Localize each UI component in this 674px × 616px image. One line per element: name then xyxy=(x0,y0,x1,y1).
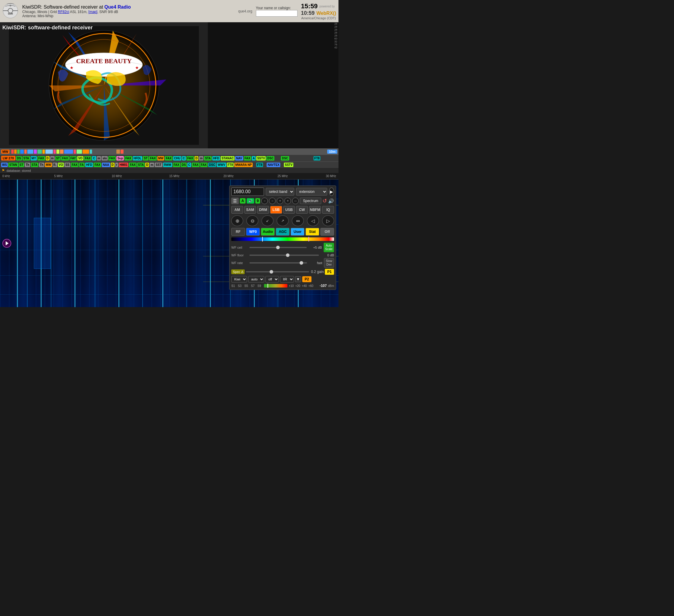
plus-button[interactable]: + xyxy=(277,198,283,204)
station-button[interactable]: WWV xyxy=(217,163,226,167)
station-button[interactable]: SS xyxy=(65,163,70,167)
zoom-out-button[interactable]: ⊖ xyxy=(246,215,258,226)
zoom-shrink-button[interactable]: ↙ xyxy=(261,215,273,226)
station-button[interactable]: STA xyxy=(137,163,145,167)
station-button[interactable]: NAA xyxy=(102,163,110,167)
p2-button[interactable]: P2 xyxy=(302,276,312,282)
station-button[interactable]: MWARA NP xyxy=(234,163,252,167)
station-button[interactable]: SSTV xyxy=(284,163,293,167)
spec-delta-thumb[interactable] xyxy=(269,270,273,274)
station-button[interactable]: MW xyxy=(157,156,164,161)
band-select[interactable]: select band LW MW HF xyxy=(266,188,294,195)
station-button[interactable]: CHU xyxy=(173,156,182,161)
station-button[interactable]: STA xyxy=(204,156,211,161)
station-button[interactable]: FAX xyxy=(244,156,251,161)
station-button[interactable]: FAX xyxy=(124,156,132,161)
station-button[interactable]: HFD xyxy=(85,163,93,167)
station-button[interactable]: FAX xyxy=(165,156,172,161)
station-button[interactable]: NAV xyxy=(235,156,243,161)
station-button[interactable]: m xyxy=(199,156,203,161)
rf-button[interactable]: RF xyxy=(231,228,245,236)
station-button[interactable]: A xyxy=(252,156,256,161)
band-10m-label[interactable]: 10m xyxy=(327,150,337,154)
station-button[interactable]: C xyxy=(182,156,186,161)
station-button[interactable]: ST xyxy=(55,156,61,161)
station-button[interactable]: FAX xyxy=(61,156,69,161)
station-button[interactable]: DSC xyxy=(208,163,216,167)
station-button[interactable]: R. xyxy=(52,163,57,167)
station-button[interactable]: STA xyxy=(22,156,30,161)
mode-usb[interactable]: USB xyxy=(283,206,295,214)
mode-sam[interactable]: SAM xyxy=(244,206,256,214)
mw-label[interactable]: MW xyxy=(1,150,9,154)
station-button[interactable]: MY xyxy=(30,156,37,161)
station-button[interactable]: FT8 xyxy=(256,163,263,167)
auto-select[interactable]: auto xyxy=(248,276,264,283)
station-button[interactable]: FAX xyxy=(200,163,208,167)
station-button[interactable]: FAX xyxy=(129,163,136,167)
station-button[interactable]: ST xyxy=(143,156,148,161)
mode-lsb[interactable]: LSB xyxy=(270,206,282,214)
grid-link[interactable]: RF82ci xyxy=(58,10,69,14)
wf-ceil-slider[interactable] xyxy=(249,247,307,248)
station-button[interactable]: m xyxy=(97,156,101,161)
next-button[interactable]: ▷ xyxy=(322,215,334,226)
station-button[interactable]: VO xyxy=(58,163,64,167)
station-button[interactable]: FAX xyxy=(187,156,194,161)
wf-floor-slider[interactable] xyxy=(249,255,319,256)
station-button[interactable]: ST xyxy=(19,163,24,167)
station-button[interactable]: D xyxy=(195,156,198,161)
station-button[interactable]: FAX xyxy=(71,163,78,167)
map-link[interactable]: [map] xyxy=(89,10,97,14)
zoom-in-button[interactable]: ⊕ xyxy=(231,215,243,226)
reload-button[interactable]: ↺ xyxy=(322,198,327,204)
station-button[interactable]: FAX xyxy=(149,156,156,161)
station-button[interactable]: D xyxy=(111,163,115,167)
callsign-input[interactable] xyxy=(256,10,298,17)
station-button[interactable]: VO xyxy=(77,156,83,161)
mode-nbfm[interactable]: NBFM xyxy=(309,206,321,214)
station-button[interactable]: FAX xyxy=(84,156,92,161)
dropdown-arrow[interactable]: ▼ xyxy=(295,276,301,282)
station-button[interactable]: SSTV xyxy=(256,156,266,161)
station-button[interactable]: r xyxy=(115,163,118,167)
p1-button[interactable]: P1 xyxy=(325,269,334,275)
audio-play-button[interactable]: ▶ xyxy=(329,187,334,196)
iir-select[interactable]: IIR xyxy=(280,276,294,283)
station-button[interactable]: FAY xyxy=(70,156,77,161)
station-button[interactable]: m xyxy=(50,156,54,161)
lw-button[interactable]: LW 270 xyxy=(1,156,15,161)
station-link[interactable]: Que4 Radio xyxy=(105,4,131,9)
mode-am[interactable]: AM xyxy=(231,206,243,214)
station-button[interactable]: DS xyxy=(181,163,187,167)
spectrum-button[interactable]: Spectrum xyxy=(300,198,321,204)
extension-select[interactable]: extension CW Skimmer FT8 xyxy=(296,188,327,195)
kiwi-select[interactable]: Kiwi xyxy=(231,276,247,283)
station-button[interactable]: HM01 xyxy=(119,163,129,167)
station-button[interactable]: C xyxy=(187,163,191,167)
station-button[interactable]: m xyxy=(150,163,154,167)
station-button[interactable]: Th xyxy=(39,163,44,167)
minus-button[interactable]: − xyxy=(261,198,268,204)
play-button[interactable] xyxy=(2,239,11,248)
station-button[interactable]: FT8 xyxy=(314,156,321,161)
waterfall-display[interactable]: select band LW MW HF extension CW Skimme… xyxy=(0,179,338,307)
station-button[interactable]: SST xyxy=(155,163,162,167)
bandwidth-button[interactable]: ↔ xyxy=(292,198,299,204)
station-button[interactable]: DSC xyxy=(281,156,289,161)
station-button[interactable]: D xyxy=(46,156,49,161)
pan-button[interactable]: ⇔ xyxy=(292,215,304,226)
speaker-button[interactable]: 🔊 xyxy=(328,198,334,204)
station-button[interactable]: FAX xyxy=(173,163,180,167)
audio-button[interactable]: Audio xyxy=(261,228,274,236)
station-button[interactable]: DSC xyxy=(266,156,274,161)
station-button[interactable]: STA xyxy=(31,163,38,167)
off-button[interactable]: Off xyxy=(320,228,334,236)
station-button[interactable]: FAX xyxy=(192,163,199,167)
wf-rate-slider[interactable] xyxy=(249,262,307,264)
frequency-input[interactable] xyxy=(231,187,264,196)
auto-scale-button[interactable]: AutoScale xyxy=(324,243,334,252)
station-button[interactable]: Sup xyxy=(116,156,124,161)
agc-button[interactable]: AGC xyxy=(276,228,290,236)
wf-ceil-thumb[interactable] xyxy=(276,246,280,249)
